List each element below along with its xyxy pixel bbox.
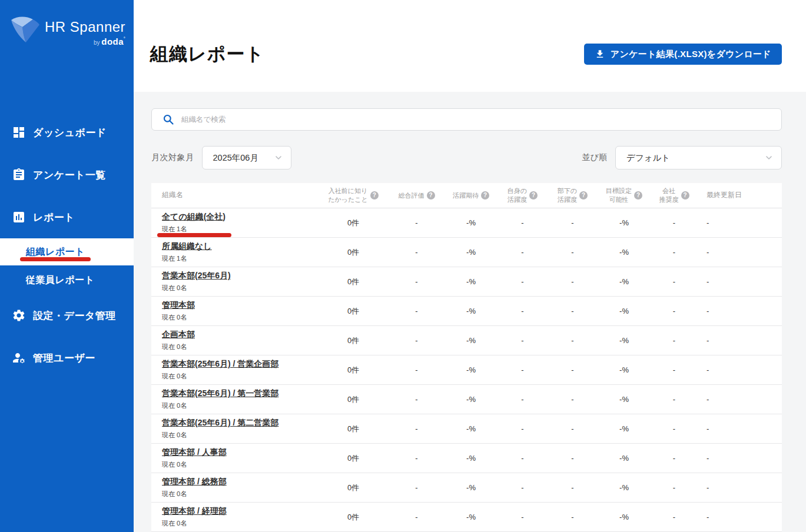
column-header: 組織名 (151, 183, 318, 208)
cell-value: - (651, 355, 698, 385)
org-name-cell: 管理本部現在 0名 (151, 297, 318, 326)
cell-value: - (548, 238, 598, 267)
column-header: 総合評価? (389, 183, 445, 208)
gear-icon (12, 308, 26, 322)
org-name-cell: 管理本部 / 人事部現在 0名 (151, 444, 318, 473)
org-link[interactable]: 所属組織なし (162, 241, 212, 251)
sidebar-item-org-report[interactable]: 組織レポート (0, 238, 134, 265)
download-xlsx-button[interactable]: アンケート結果(.XLSX)をダウンロード (584, 44, 782, 65)
cell-value: - (698, 414, 782, 444)
cell-value: - (651, 414, 698, 444)
content-area: 月次対象月 2025年06月 並び順 デフォルト 組織名入社前に知り (134, 92, 806, 532)
cell-value: - (651, 473, 698, 503)
sidebar-item-settings[interactable]: 設定・データ管理 (0, 302, 134, 329)
cell-value: - (548, 503, 598, 532)
sidebar: HR Spanner by doda˚ ダッシュボード アンケート一覧 (0, 0, 134, 532)
cell-value: - (651, 385, 698, 414)
cell-value: -% (598, 355, 651, 385)
sidebar-item-dashboard[interactable]: ダッシュボード (0, 119, 134, 146)
cell-value: - (698, 385, 782, 414)
cell-value: -% (598, 414, 651, 444)
cell-value: - (698, 208, 782, 238)
help-icon[interactable]: ? (579, 191, 588, 200)
headcount-label: 現在 0名 (162, 519, 318, 528)
org-link[interactable]: 管理本部 / 総務部 (162, 477, 227, 486)
org-link[interactable]: 管理本部 / 経理部 (162, 506, 227, 516)
cell-value: 0件 (318, 503, 389, 532)
help-icon[interactable]: ? (634, 191, 642, 200)
sidebar-item-employee-report[interactable]: 従業員レポート (0, 267, 134, 294)
table-row: 管理本部現在 0名0件--%---%-- (151, 297, 782, 326)
org-link[interactable]: 営業本部(25年6月) / 第二営業部 (162, 418, 278, 427)
logo-wing-icon (9, 15, 40, 47)
cell-value: - (548, 473, 598, 503)
help-icon[interactable]: ? (370, 191, 379, 200)
cell-value: - (389, 238, 445, 267)
org-name-cell: 営業本部(25年6月) / 第二営業部現在 0名 (151, 414, 318, 444)
cell-value: - (497, 355, 548, 385)
org-link[interactable]: 管理本部 / 人事部 (162, 447, 227, 457)
help-icon[interactable]: ? (529, 191, 538, 200)
search-input[interactable] (181, 115, 781, 124)
cell-value: - (698, 297, 782, 326)
month-filter-label: 月次対象月 (151, 152, 194, 163)
cell-value: -% (445, 473, 497, 503)
cell-value: - (651, 208, 698, 238)
org-link[interactable]: 全ての組織(全社) (162, 212, 225, 221)
page-title: 組織レポート (150, 42, 264, 66)
admin-user-icon (12, 351, 26, 365)
column-header: 目標設定可能性? (598, 183, 651, 208)
headcount-label: 現在 0名 (162, 460, 318, 469)
sidebar-item-admin-users[interactable]: 管理ユーザー (0, 344, 134, 371)
help-icon[interactable]: ? (427, 191, 435, 200)
sidebar-item-report[interactable]: レポート (0, 204, 134, 231)
org-link[interactable]: 営業本部(25年6月) / 営業企画部 (162, 359, 278, 368)
cell-value: - (497, 444, 548, 473)
sidebar-nav: ダッシュボード アンケート一覧 レポート 組織レポート 従業員レポート (0, 119, 134, 371)
cell-value: 0件 (318, 385, 389, 414)
org-report-table: 組織名入社前に知りたかったこと?総合評価?活躍期待?自身の活躍度?部下の活躍度?… (151, 183, 782, 532)
cell-value: -% (598, 267, 651, 297)
cell-value: - (389, 414, 445, 444)
filter-row: 月次対象月 2025年06月 並び順 デフォルト (151, 146, 782, 169)
cell-value: -% (445, 238, 497, 267)
org-name-cell: 営業本部(25年6月)現在 0名 (151, 267, 318, 297)
org-name-cell: 全ての組織(全社)現在 1名 (151, 208, 318, 238)
cell-value: - (497, 503, 548, 532)
cell-value: - (548, 385, 598, 414)
table-row: 営業本部(25年6月)現在 0名0件--%---%-- (151, 267, 782, 297)
cell-value: - (698, 238, 782, 267)
org-link[interactable]: 営業本部(25年6月) / 第一営業部 (162, 388, 278, 398)
cell-value: -% (598, 385, 651, 414)
column-header: 入社前に知りたかったこと? (318, 183, 389, 208)
cell-value: 0件 (318, 355, 389, 385)
sidebar-item-survey-list[interactable]: アンケート一覧 (0, 161, 134, 188)
headcount-label: 現在 1名 (162, 225, 318, 234)
org-link[interactable]: 営業本部(25年6月) (162, 271, 231, 280)
org-link[interactable]: 管理本部 (162, 300, 195, 310)
chevron-down-icon (764, 153, 774, 162)
cell-value: - (548, 297, 598, 326)
cell-value: - (389, 444, 445, 473)
cell-value: - (497, 473, 548, 503)
cell-value: - (497, 385, 548, 414)
headcount-label: 現在 0名 (162, 313, 318, 322)
cell-value: -% (598, 326, 651, 355)
cell-value: - (698, 267, 782, 297)
cell-value: - (497, 414, 548, 444)
help-icon[interactable]: ? (681, 191, 689, 200)
column-header: 会社推奨度? (651, 183, 698, 208)
cell-value: - (698, 444, 782, 473)
cell-value: - (651, 297, 698, 326)
page-header: 組織レポート アンケート結果(.XLSX)をダウンロード (134, 0, 806, 92)
column-header: 自身の活躍度? (497, 183, 548, 208)
app-window: HR Spanner by doda˚ ダッシュボード アンケート一覧 (0, 0, 806, 532)
cell-value: 0件 (318, 238, 389, 267)
month-select[interactable]: 2025年06月 (202, 146, 291, 169)
sort-select[interactable]: デフォルト (615, 146, 782, 169)
table-row: 管理本部 / 経理部現在 0名0件--%---%-- (151, 503, 782, 532)
help-icon[interactable]: ? (481, 191, 489, 200)
cell-value: 0件 (318, 473, 389, 503)
chevron-down-icon (274, 153, 283, 162)
org-link[interactable]: 企画本部 (162, 330, 195, 339)
